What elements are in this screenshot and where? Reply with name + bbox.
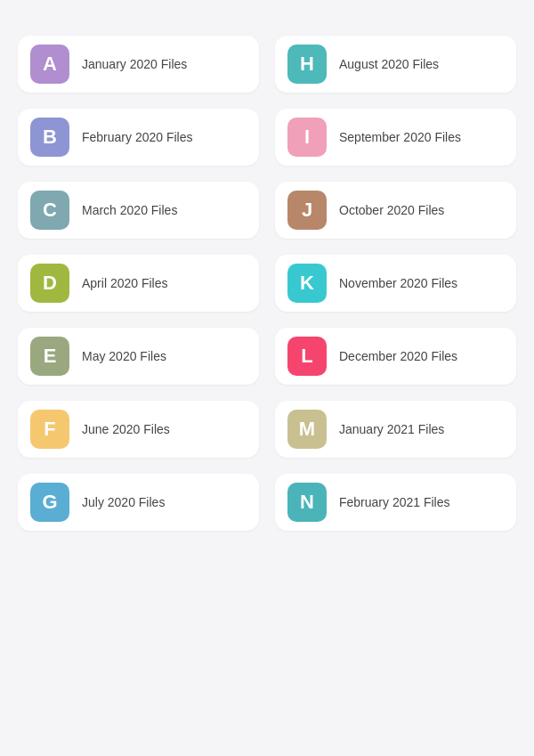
folder-icon-e: E <box>30 337 69 376</box>
folder-item-b[interactable]: BFebruary 2020 Files <box>18 109 259 166</box>
folder-item-i[interactable]: ISeptember 2020 Files <box>275 109 516 166</box>
folder-icon-a: A <box>30 45 69 84</box>
folder-label-d: April 2020 Files <box>82 276 168 290</box>
folder-item-k[interactable]: KNovember 2020 Files <box>275 255 516 312</box>
folder-item-a[interactable]: AJanuary 2020 Files <box>18 36 259 93</box>
folder-icon-i: I <box>287 118 327 157</box>
folder-item-j[interactable]: JOctober 2020 Files <box>275 182 516 239</box>
folder-label-l: December 2020 Files <box>339 349 457 363</box>
folder-icon-d: D <box>30 264 69 303</box>
folder-item-c[interactable]: CMarch 2020 Files <box>18 182 259 239</box>
folder-icon-l: L <box>287 337 327 376</box>
folder-label-c: March 2020 Files <box>82 203 177 217</box>
folder-item-d[interactable]: DApril 2020 Files <box>18 255 259 312</box>
folder-label-n: February 2021 Files <box>339 495 450 509</box>
folder-icon-c: C <box>30 191 69 230</box>
folder-label-k: November 2020 Files <box>339 276 457 290</box>
folder-label-b: February 2020 Files <box>82 130 193 144</box>
folders-grid: AJanuary 2020 FilesHAugust 2020 FilesBFe… <box>18 36 516 531</box>
folder-item-g[interactable]: GJuly 2020 Files <box>18 474 259 531</box>
folder-item-m[interactable]: MJanuary 2021 Files <box>275 401 516 458</box>
folder-icon-j: J <box>287 191 327 230</box>
folder-icon-k: K <box>287 264 327 303</box>
folder-label-m: January 2021 Files <box>339 422 444 436</box>
folder-label-h: August 2020 Files <box>339 57 439 71</box>
folder-icon-g: G <box>30 483 69 522</box>
folder-icon-f: F <box>30 410 69 449</box>
folder-icon-h: H <box>287 45 327 84</box>
folder-label-i: September 2020 Files <box>339 130 461 144</box>
folder-item-h[interactable]: HAugust 2020 Files <box>275 36 516 93</box>
folder-item-e[interactable]: EMay 2020 Files <box>18 328 259 385</box>
folder-item-l[interactable]: LDecember 2020 Files <box>275 328 516 385</box>
folder-label-e: May 2020 Files <box>82 349 166 363</box>
folder-item-n[interactable]: NFebruary 2021 Files <box>275 474 516 531</box>
folder-icon-b: B <box>30 118 69 157</box>
folder-item-f[interactable]: FJune 2020 Files <box>18 401 259 458</box>
folder-label-f: June 2020 Files <box>82 422 170 436</box>
folder-label-a: January 2020 Files <box>82 57 187 71</box>
folder-label-j: October 2020 Files <box>339 203 444 217</box>
folder-icon-m: M <box>287 410 327 449</box>
folder-label-g: July 2020 Files <box>82 495 165 509</box>
folder-icon-n: N <box>287 483 327 522</box>
